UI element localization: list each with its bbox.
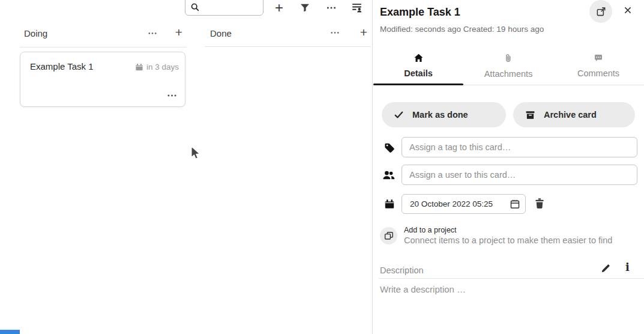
tab-details[interactable]: Details xyxy=(373,50,463,85)
assign-list-icon xyxy=(351,2,363,13)
more-icon xyxy=(167,91,177,100)
calendar-outline-icon xyxy=(510,199,520,210)
more-icon xyxy=(327,3,336,13)
calendar-icon xyxy=(135,63,143,71)
column-done-menu-button[interactable] xyxy=(330,28,340,37)
add-card-toolbar-button[interactable]: + xyxy=(272,0,286,16)
tag-icon xyxy=(384,142,396,154)
description-separator xyxy=(379,278,644,279)
assign-view-button[interactable] xyxy=(351,2,363,13)
panel-divider xyxy=(372,0,373,334)
add-to-project-title: Add to a project xyxy=(404,226,457,234)
column-doing-menu-button[interactable] xyxy=(148,29,157,38)
tab-attachments-label: Attachments xyxy=(484,69,533,79)
info-icon: i xyxy=(625,261,630,273)
tab-details-label: Details xyxy=(404,68,433,78)
close-icon xyxy=(623,5,633,15)
archive-card-button[interactable]: Archive card xyxy=(513,102,635,127)
mouse-cursor xyxy=(190,145,202,161)
column-done-add-card-button[interactable]: + xyxy=(357,25,370,40)
users-icon xyxy=(382,170,396,181)
search-field[interactable] xyxy=(185,0,263,16)
panel-task-meta: Modified: seconds ago Created: 19 hours … xyxy=(380,25,544,34)
home-icon xyxy=(414,53,424,63)
date-picker-button[interactable] xyxy=(510,199,520,210)
task-card[interactable]: Example Task 1 in 3 days xyxy=(20,52,185,107)
stacked-windows-icon xyxy=(384,231,394,240)
description-info-button[interactable]: i xyxy=(625,262,630,273)
description-textarea[interactable]: Write a description … xyxy=(380,284,466,294)
trash-icon xyxy=(534,198,546,210)
assign-tag-input[interactable] xyxy=(402,137,637,157)
archive-icon xyxy=(525,110,535,120)
external-link-icon xyxy=(596,7,606,17)
remove-due-date-button[interactable] xyxy=(534,198,546,210)
tab-comments[interactable]: Comments xyxy=(553,50,643,85)
due-date-value: 20 October 2022 05:25 xyxy=(410,199,510,208)
pencil-icon xyxy=(601,263,611,273)
close-panel-button[interactable] xyxy=(622,4,634,16)
more-icon xyxy=(148,29,157,38)
description-label: Description xyxy=(380,266,424,275)
horizontal-scrollbar-thumb[interactable] xyxy=(0,330,20,334)
column-doing-add-card-button[interactable]: + xyxy=(172,25,185,40)
card-menu-button[interactable] xyxy=(167,91,177,100)
panel-task-title: Example Task 1 xyxy=(380,6,460,19)
search-input[interactable] xyxy=(202,1,260,13)
column-title-doing: Doing xyxy=(24,28,47,38)
edit-description-button[interactable] xyxy=(601,263,611,273)
open-in-window-button[interactable] xyxy=(589,0,612,23)
comment-bubble-icon xyxy=(594,53,603,63)
add-to-project-subtitle: Connect items to a project to make them … xyxy=(404,235,612,245)
add-to-project-button[interactable] xyxy=(380,227,397,244)
board-menu-button[interactable] xyxy=(327,3,336,13)
filter-icon xyxy=(300,4,310,13)
column-doing-separator xyxy=(20,47,187,47)
card-due-date: in 3 days xyxy=(135,62,179,71)
mark-as-done-button[interactable]: Mark as done xyxy=(382,102,506,127)
mark-as-done-label: Mark as done xyxy=(412,110,468,120)
kanban-app-window: + Doing + xyxy=(0,0,644,334)
archive-card-label: Archive card xyxy=(544,110,597,120)
tab-comments-label: Comments xyxy=(577,68,619,78)
assign-user-input[interactable] xyxy=(402,165,637,185)
more-icon xyxy=(330,28,340,37)
card-due-label: in 3 days xyxy=(146,62,179,71)
column-done-separator xyxy=(205,46,371,47)
check-icon xyxy=(394,110,404,120)
active-tab-indicator xyxy=(373,84,463,85)
due-date-field[interactable]: 20 October 2022 05:25 xyxy=(402,194,526,214)
search-icon xyxy=(190,2,200,12)
calendar-icon xyxy=(384,199,395,210)
tab-attachments[interactable]: Attachments xyxy=(463,50,553,85)
column-title-done: Done xyxy=(210,28,232,38)
paperclip-icon xyxy=(504,53,513,64)
card-title: Example Task 1 xyxy=(30,61,94,71)
filter-button[interactable] xyxy=(300,4,310,13)
